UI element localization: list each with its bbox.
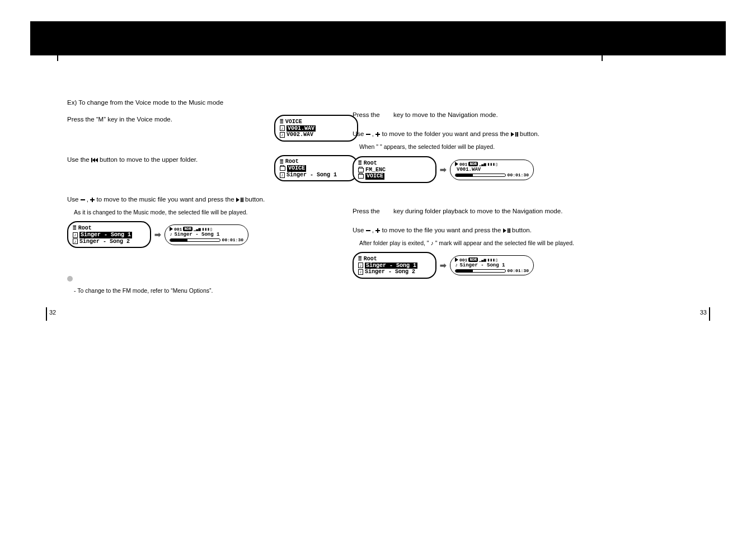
- play-title: Singer - Song 1: [174, 232, 219, 237]
- play-pause-icon: [511, 130, 518, 137]
- lcd2-l2: VOICE: [287, 165, 306, 172]
- progress-bar: [455, 174, 506, 177]
- lcdB-l1: Root: [364, 256, 377, 263]
- lcdA-l3: VOICE: [365, 173, 384, 180]
- left-step2: Use the button to move to the upper fold…: [67, 155, 257, 164]
- battery-icon: ▮▮▮▯: [202, 227, 213, 232]
- music-file-icon: ♪: [280, 125, 285, 131]
- folder-icon: [280, 166, 285, 171]
- lcd-root-songs-b: Root ♪ Singer - Song 1 ♪ Singer - Song 2: [353, 252, 436, 279]
- note-text: - To change to the FM mode, refer to “Me…: [74, 287, 358, 294]
- arrow-icon: ➡: [440, 165, 447, 174]
- play-icon: [455, 257, 458, 262]
- left-step1: Press the “M” key in the Voice mode.: [67, 115, 257, 124]
- r4a: Use: [353, 227, 366, 233]
- eq-icon: ▁▃▅: [194, 227, 201, 231]
- r1b: key to move to the Navigation mode.: [393, 111, 498, 118]
- lcd1-l2: V001.WAV: [287, 125, 316, 132]
- progress-bar: [170, 238, 220, 242]
- music-file-icon: ♪: [280, 172, 285, 178]
- note-box: - To change to the FM mode, refer to “Me…: [67, 276, 358, 294]
- play-pause-icon: [503, 227, 510, 233]
- music-file-icon: ♪: [280, 132, 285, 138]
- note-icon: ♪: [430, 240, 433, 246]
- play-title: V001.WAV: [457, 167, 481, 172]
- note-icon: ♪: [170, 232, 172, 237]
- right-step2-sub: When " " appears, the selected folder wi…: [359, 143, 644, 151]
- list-icon: [358, 255, 362, 263]
- play-time: 00:01:30: [508, 268, 529, 273]
- left-display-group: Root ♪ Singer - Song 1 ♪ Singer - Song 2…: [67, 221, 358, 248]
- nor-badge: NOR: [468, 162, 478, 166]
- left-step3-c: button.: [245, 196, 265, 203]
- lcd-root-folders: Root FM_ENC VOICE: [353, 156, 436, 183]
- track-number: 001: [174, 227, 182, 232]
- right-display-group-a: Root FM_ENC VOICE ➡ 001 NOR ▁▃▅ ▮▮▮▯ V00…: [353, 156, 644, 183]
- lcd3-l2: Singer - Song 1: [79, 232, 132, 238]
- lcd-playback-right-a: 001 NOR ▁▃▅ ▮▮▮▯ V001.WAV 00:01:30: [450, 160, 534, 180]
- lcdB-l3: Singer - Song 2: [365, 269, 415, 275]
- header-bar: [30, 21, 726, 55]
- eq-icon: ▁▃▅: [479, 257, 486, 262]
- minus-icon: [366, 230, 370, 231]
- right-step1: Press the key to move to the Navigation …: [353, 110, 644, 119]
- lcdB-l2: Singer - Song 1: [365, 263, 417, 269]
- play-time: 00:01:30: [508, 172, 529, 177]
- page-number-right: 33: [700, 309, 707, 316]
- nor-badge: NOR: [468, 257, 478, 262]
- list-icon: [73, 224, 77, 232]
- track-number: 001: [459, 162, 467, 167]
- arrow-icon: ➡: [440, 261, 447, 270]
- left-step3-b: to move to the music file you want and p…: [96, 196, 236, 203]
- r4b: to move to the file you want and press t…: [382, 227, 503, 233]
- music-file-icon: ♪: [358, 269, 363, 275]
- plus-icon: [90, 198, 95, 202]
- lcd-root-voice: Root VOICE ♪ Singer - Song 1: [274, 155, 358, 182]
- lcd-playback-right-b: 001 NOR ▁▃▅ ▮▮▮▯ ♪Singer - Song 1 00:01:…: [450, 255, 534, 276]
- page-left: Ex) To change from the Voice mode to the…: [67, 98, 358, 294]
- right-display-group-b: Root ♪ Singer - Song 1 ♪ Singer - Song 2…: [353, 252, 644, 279]
- play-time: 00:01:30: [222, 237, 243, 242]
- minus-icon: [81, 199, 85, 200]
- lcd2-l1: Root: [285, 158, 299, 165]
- left-step3: Use , to move to the music file you want…: [67, 195, 358, 204]
- progress-bar: [455, 269, 506, 273]
- page-right: Press the key to move to the Navigation …: [353, 98, 644, 279]
- r2sa: When ": [359, 143, 380, 150]
- eq-icon: ▁▃▅: [479, 162, 486, 166]
- arrow-icon: ➡: [154, 230, 161, 239]
- play-pause-icon: [236, 196, 243, 203]
- r2c: button.: [520, 130, 539, 137]
- play-icon: [170, 227, 173, 231]
- list-icon: [358, 160, 362, 167]
- lcd1-l3: V002.WAV: [287, 132, 313, 138]
- r3a: Press the: [353, 208, 382, 214]
- left-step3-sub: As it is changed to the Music mode, the …: [74, 209, 358, 216]
- left-step2-b: button to move to the upper folder.: [100, 156, 198, 163]
- lcd-voice-list: VOICE ♪ V001.WAV ♪ V002.WAV: [274, 115, 358, 142]
- plus-icon: [375, 132, 380, 137]
- lcd1-l1: VOICE: [285, 119, 302, 125]
- lcd3-l1: Root: [78, 225, 92, 232]
- nor-badge: NOR: [183, 227, 192, 231]
- plus-icon: [375, 228, 380, 233]
- r4c: button.: [512, 227, 532, 233]
- note-bullet-icon: [67, 276, 73, 282]
- r2a: Use: [353, 130, 366, 137]
- r4sb: " mark will appear and the selected file…: [435, 240, 574, 246]
- lcd3-l3: Singer - Song 2: [79, 238, 130, 245]
- right-step4: Use , to move to the file you want and p…: [353, 226, 644, 235]
- r2b: to move to the folder you want and press…: [382, 130, 510, 137]
- minus-icon: [366, 134, 370, 135]
- track-number: 001: [459, 257, 467, 263]
- lcd-playback-left: 001 NOR ▁▃▅ ▮▮▮▯ ♪Singer - Song 1 00:01:…: [165, 224, 248, 245]
- header-tick-right: [602, 55, 603, 61]
- list-icon: [280, 118, 284, 125]
- r2sb: " appears, the selected folder will be p…: [380, 143, 495, 150]
- left-step2-a: Use the: [67, 156, 91, 163]
- page-number-left: 32: [49, 309, 56, 316]
- header-tick-left: [57, 55, 58, 61]
- music-file-icon: ♪: [73, 238, 78, 244]
- lcdA-l2: FM_ENC: [365, 167, 386, 174]
- skip-back-icon: [91, 158, 98, 162]
